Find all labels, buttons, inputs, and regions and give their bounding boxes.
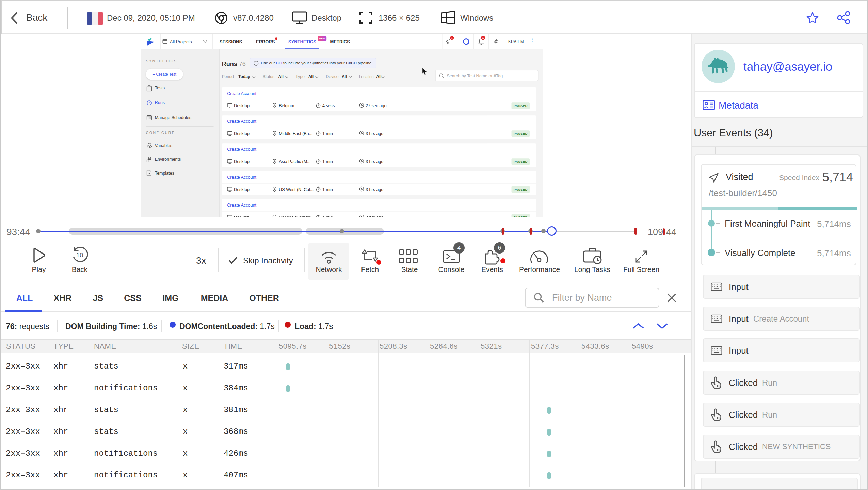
svg-text:10: 10: [76, 251, 83, 259]
